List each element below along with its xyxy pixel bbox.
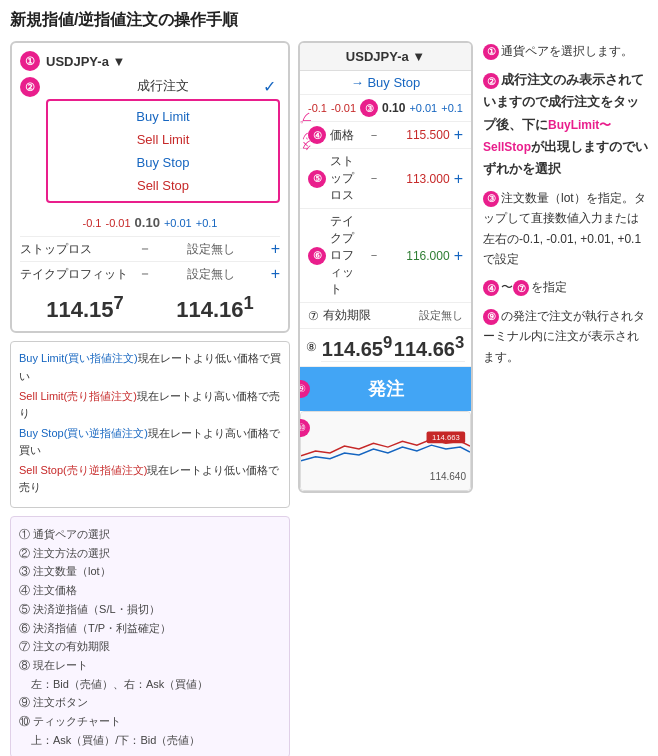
desc-buy-stop: Buy Stop(買い逆指値注文)現在レートより高い価格で買い bbox=[19, 425, 281, 460]
desc-sell-limit: Sell Limit(売り指値注文)現在レートより高い価格で売り bbox=[19, 388, 281, 423]
chart-container: ⑩ 114.663 bbox=[300, 411, 471, 491]
checkmark-icon: ✓ bbox=[263, 77, 276, 96]
step1-badge: ① bbox=[20, 51, 40, 71]
right-text-area: ①通貨ペアを選択します。 ②成行注文のみ表示されていますので成行注文をタップ後、… bbox=[483, 41, 648, 756]
step-item: ⑦ 注文の有効期限 bbox=[19, 637, 281, 656]
desc-step2: ②成行注文のみ表示されていますので成行注文をタップ後、下にBuyLimit〜Se… bbox=[483, 69, 648, 179]
step-item: ⑨ 注文ボタン bbox=[19, 693, 281, 712]
take-profit-label: テイクプロフィット bbox=[20, 266, 138, 283]
trading-panel-header: USDJPY-a ▼ bbox=[300, 43, 471, 71]
step-item: 上：Ask（買値）/下：Bid（売値） bbox=[19, 731, 281, 750]
tap-label: タップ bbox=[299, 121, 314, 159]
desc-buy-limit: Buy Limit(買い指値注文)現在レートより低い価格で買い bbox=[19, 350, 281, 385]
stop-loss-trade-value: 113.000 bbox=[380, 172, 450, 186]
order-type-box: Buy Limit Sell Limit Buy Stop Sell Stop … bbox=[46, 99, 280, 203]
desc-sell-stop: Sell Stop(売り逆指値注文)現在レートより低い価格で売り bbox=[19, 462, 281, 497]
step-item: ④ 注文価格 bbox=[19, 581, 281, 600]
desc-step1: ①通貨ペアを選択します。 bbox=[483, 41, 648, 61]
sell-stop-option[interactable]: Sell Stop bbox=[56, 174, 270, 197]
step2-badge: ② bbox=[20, 77, 40, 97]
stop-loss-row: ストップロス － 設定無し + bbox=[20, 236, 280, 261]
steps-box: ① 通貨ペアの選択 ② 注文方法の選択 ③ 注文数量（lot） ④ 注文価格 ⑤… bbox=[10, 516, 290, 756]
step-item: ⑤ 決済逆指値（S/L・損切） bbox=[19, 600, 281, 619]
desc-step3: ③注文数量（lot）を指定。タップして直接数値入力または左右の-0.1, -0.… bbox=[483, 188, 648, 270]
bid-rate-left: 114.157 bbox=[46, 292, 124, 323]
ask-rate-left: 114.161 bbox=[176, 292, 254, 323]
price-field-row: ④ 価格 － 115.500 + bbox=[300, 122, 471, 149]
step-item: 左：Bid（売値）、右：Ask（買値） bbox=[19, 675, 281, 694]
step-item: ⑥ 決済指値（T/P・利益確定） bbox=[19, 619, 281, 638]
take-profit-trade-plus[interactable]: + bbox=[454, 247, 463, 265]
current-rates-left: 114.157 114.161 bbox=[20, 292, 280, 323]
validity-row: ⑦ 有効期限 設定無し bbox=[300, 303, 471, 329]
step8-badge: ⑧ bbox=[306, 340, 317, 354]
currency-pair-right[interactable]: USDJPY-a ▼ bbox=[346, 49, 425, 64]
step-item: ⑧ 現在レート bbox=[19, 656, 281, 675]
stop-loss-label: ストップロス bbox=[20, 241, 138, 258]
order-button-container: ⑨ 発注 bbox=[300, 367, 471, 411]
step8-rates-row: ⑧ 114.659 114.663 bbox=[300, 329, 471, 367]
stop-loss-trade-plus[interactable]: + bbox=[454, 170, 463, 188]
order-panel: ① USDJPY-a ▼ ② 成行注文 ✓ Buy Limit bbox=[10, 41, 290, 333]
trading-panel: USDJPY-a ▼ → Buy Stop -0.1 -0.01 ③ 0.10 … bbox=[298, 41, 473, 493]
chart-price-low: 114.640 bbox=[430, 471, 466, 482]
desc-step4to7: ④〜⑦を指定 bbox=[483, 277, 648, 297]
step-item: ③ 注文数量（lot） bbox=[19, 562, 281, 581]
page-title: 新規指値/逆指値注文の操作手順 bbox=[10, 10, 648, 31]
desc-step9: ⑨の発注で注文が執行されターミナル内に注文が表示されます。 bbox=[483, 306, 648, 367]
sell-limit-option[interactable]: Sell Limit bbox=[56, 128, 270, 151]
take-profit-row: テイクプロフィット － 設定無し + bbox=[20, 261, 280, 286]
step-item: ① 通貨ペアの選択 bbox=[19, 525, 281, 544]
step3-badge: ③ bbox=[360, 99, 378, 117]
take-profit-value: 設定無し bbox=[152, 266, 270, 283]
description-box: Buy Limit(買い指値注文)現在レートより低い価格で買い Sell Lim… bbox=[10, 341, 290, 508]
current-rates-right: 114.659 114.663 bbox=[321, 333, 465, 362]
step-item: ② 注文方法の選択 bbox=[19, 544, 281, 563]
price-row-left: -0.1 -0.01 0.10 +0.01 +0.1 bbox=[20, 215, 280, 230]
price-plus[interactable]: + bbox=[454, 126, 463, 144]
buy-stop-label: → Buy Stop bbox=[300, 71, 471, 95]
step5-badge: ⑤ bbox=[308, 170, 326, 188]
currency-pair-left[interactable]: USDJPY-a ▼ bbox=[46, 54, 125, 69]
order-button[interactable]: 発注 bbox=[300, 367, 471, 411]
step7-badge: ⑦ bbox=[308, 309, 319, 323]
ask-rate-right: 114.663 bbox=[394, 333, 464, 361]
take-profit-plus[interactable]: + bbox=[271, 265, 280, 283]
price-value: 115.500 bbox=[380, 128, 450, 142]
buy-stop-option[interactable]: Buy Stop bbox=[56, 151, 270, 174]
bid-rate-right: 114.659 bbox=[322, 333, 392, 361]
stop-loss-field-row: ⑤ ストップロス － 113.000 + bbox=[300, 149, 471, 209]
market-order-label[interactable]: 成行注文 bbox=[137, 78, 189, 93]
step-item: ⑩ ティックチャート bbox=[19, 712, 281, 731]
step6-badge: ⑥ bbox=[308, 247, 326, 265]
trade-price-row: -0.1 -0.01 ③ 0.10 +0.01 +0.1 bbox=[300, 95, 471, 122]
stop-loss-value: 設定無し bbox=[152, 241, 270, 258]
buy-limit-option[interactable]: Buy Limit bbox=[56, 105, 270, 128]
take-profit-field-row: ⑥ テイクプロフィット － 116.000 + bbox=[300, 209, 471, 303]
take-profit-trade-value: 116.000 bbox=[380, 249, 450, 263]
chart-area: 114.663 114.640 bbox=[300, 411, 471, 491]
stop-loss-plus[interactable]: + bbox=[271, 240, 280, 258]
